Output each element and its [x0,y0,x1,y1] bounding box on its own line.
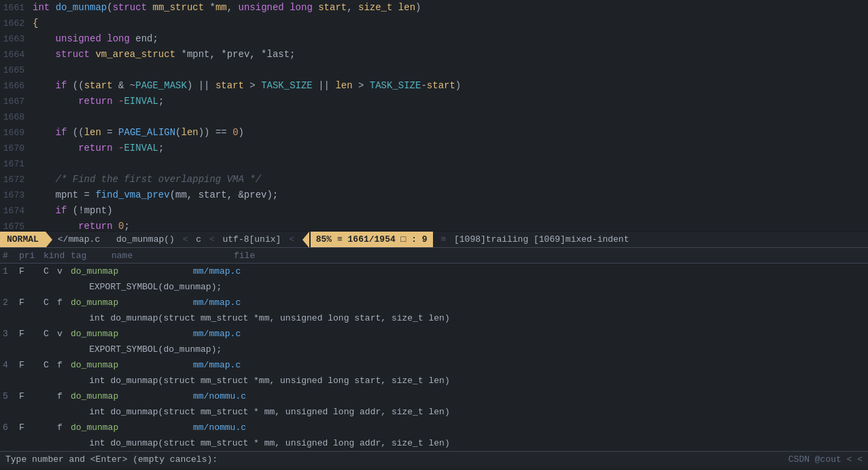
col-name: name [111,248,234,263]
tag-name: do_munmap [71,420,193,435]
tag-file: mm/mmap.c [193,264,241,279]
tag-num: 2 [3,295,19,310]
tag-name: do_munmap [71,326,193,342]
tag-kind: C [44,357,57,373]
tag-file: mm/nommu.c [193,420,246,435]
line-content: int do_munmap(struct mm_struct *mm, unsi… [33,0,421,16]
tag-file: mm/nommu.c [193,388,246,404]
tags-header: # pri kind tag name file [0,248,868,264]
tag-name: do_munmap [71,264,193,279]
line-number: 1661 [3,0,33,16]
line-content: mpnt = find_vma_prev(mm, start, &prev); [33,187,278,203]
col-num: # [3,248,19,263]
col-kind: kind [44,248,71,263]
line-number: 1666 [3,78,33,94]
code-line: 1664 struct vm_area_struct *mpnt, *prev,… [0,47,868,62]
tag-detail: EXPORT_SYMBOL(do_munmap); [0,342,868,357]
list-item[interactable]: 1 F C v do_munmap mm/mmap.c EXPORT_SYMBO… [0,264,868,295]
code-line: 1675 return 0; [0,219,868,231]
list-item[interactable]: 4 F C f do_munmap mm/mmap.c int do_munma… [0,357,868,388]
tag-main-row: 1 F C v do_munmap mm/mmap.c [0,264,868,279]
tag-name: do_munmap [71,357,193,373]
code-line: 1663 unsigned long end; [0,31,868,47]
list-item[interactable]: 3 F C v do_munmap mm/mmap.c EXPORT_SYMBO… [0,326,868,357]
tag-pri: F [19,357,44,373]
tags-panel: # pri kind tag name file 1 F C v do_munm… [0,247,868,451]
tag-sub: v [57,264,71,279]
tag-sub: f [57,295,71,310]
tag-pri: F [19,326,44,342]
list-item[interactable]: 2 F C f do_munmap mm/mmap.c int do_munma… [0,295,868,326]
col-pri: pri [19,248,44,263]
status-encoding: utf-8[unix] [223,234,281,245]
tag-file: mm/mmap.c [193,357,241,373]
line-number: 1668 [3,109,33,125]
tag-sub: f [57,388,71,404]
status-errors: [1098]trailing [1069]mixed-indent [454,234,629,245]
tag-name: do_munmap [71,295,193,310]
line-content: if ((start & ~PAGE_MASK) || start > TASK… [33,78,461,94]
line-number: 1673 [3,187,33,203]
line-number: 1665 [3,62,33,78]
vim-mode: NORMAL [0,232,46,247]
line-content: unsigned long end; [33,31,158,47]
tag-sub: v [57,326,71,342]
code-line: 1670 return -EINVAL; [0,141,868,156]
tag-kind: C [44,295,57,310]
line-number: 1670 [3,141,33,156]
mode-triangle [46,232,52,248]
code-line: 1671 [0,156,868,172]
tag-kind: C [44,264,57,279]
tag-detail: int do_munmap(struct mm_struct *mm, unsi… [0,373,868,388]
tag-pri: F [19,420,44,435]
code-line: 1662{ [0,16,868,31]
col-file: file [234,248,315,263]
code-line: 1673 mpnt = find_vma_prev(mm, start, &pr… [0,187,868,203]
tag-num: 6 [3,420,19,435]
tag-num: 5 [3,388,19,404]
line-content: return -EINVAL; [33,141,164,156]
line-content: return 0; [33,219,130,231]
tag-num: 3 [3,326,19,342]
tag-main-row: 4 F C f do_munmap mm/mmap.c [0,357,868,373]
tag-kind: C [44,326,57,342]
tag-file: mm/mmap.c [193,295,241,310]
code-line: 1674 if (!mpnt) [0,203,868,219]
tag-num: 4 [3,357,19,373]
line-content: { [33,16,38,31]
watermark: CSDN @cout < < [788,452,863,467]
tag-main-row: 5 F f do_munmap mm/nommu.c [0,388,868,404]
line-content: struct vm_area_struct *mpnt, *prev, *las… [33,47,296,62]
tag-name: do_munmap [71,388,193,404]
line-number: 1674 [3,203,33,219]
pos-triangle-left [302,232,309,248]
list-item[interactable]: 6 F f do_munmap mm/nommu.c int do_munmap… [0,420,868,451]
bottom-bar: Type number and <Enter> (empty cancels):… [0,451,868,467]
tag-main-row: 3 F C v do_munmap mm/mmap.c [0,326,868,342]
list-item[interactable]: 5 F f do_munmap mm/nommu.c int do_munmap… [0,388,868,420]
tag-pri: F [19,295,44,310]
tag-pri: F [19,388,44,404]
line-number: 1671 [3,156,33,172]
col-tag: tag [71,248,111,263]
line-number: 1662 [3,16,33,31]
code-line: 1667 return -EINVAL; [0,94,868,109]
status-file: </mmap.c [52,234,105,245]
tag-sub: f [57,357,71,373]
tag-main-row: 6 F f do_munmap mm/nommu.c [0,420,868,435]
line-number: 1672 [3,172,33,187]
code-line: 1666 if ((start & ~PAGE_MASK) || start >… [0,78,868,94]
tag-file: mm/mmap.c [193,326,241,342]
tag-detail: EXPORT_SYMBOL(do_munmap); [0,279,868,295]
tag-num: 1 [3,264,19,279]
tags-rows: 1 F C v do_munmap mm/mmap.c EXPORT_SYMBO… [0,264,868,451]
line-number: 1663 [3,31,33,47]
tag-detail: int do_munmap(struct mm_struct * mm, uns… [0,404,868,420]
status-func: do_munmap() [116,234,175,245]
code-editor: 1661int do_munmap(struct mm_struct *mm, … [0,0,868,231]
tag-detail: int do_munmap(struct mm_struct * mm, uns… [0,435,868,451]
line-content: if ((len = PAGE_ALIGN(len)) == 0) [33,125,244,141]
line-content: return -EINVAL; [33,94,164,109]
line-number: 1669 [3,125,33,141]
tag-main-row: 2 F C f do_munmap mm/mmap.c [0,295,868,310]
